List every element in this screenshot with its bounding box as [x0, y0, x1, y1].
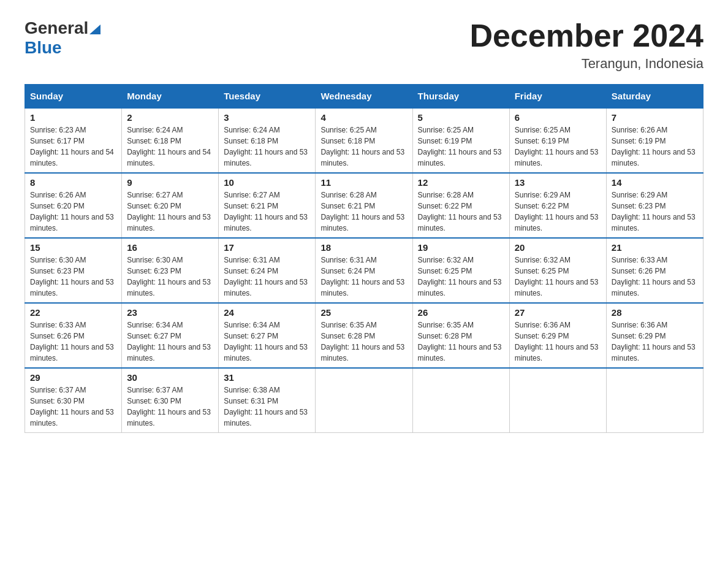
calendar-cell: 12Sunrise: 6:28 AMSunset: 6:22 PMDayligh…	[412, 173, 509, 238]
page-header: General Blue December 2024 Terangun, Ind…	[25, 18, 703, 72]
day-info: Sunrise: 6:33 AMSunset: 6:26 PMDaylight:…	[30, 320, 116, 364]
day-number: 5	[418, 112, 504, 123]
day-number: 18	[320, 242, 407, 253]
calendar-cell: 1Sunrise: 6:23 AMSunset: 6:17 PMDaylight…	[25, 108, 122, 173]
day-info: Sunrise: 6:38 AMSunset: 6:31 PMDaylight:…	[224, 385, 310, 429]
calendar-body: 1Sunrise: 6:23 AMSunset: 6:17 PMDaylight…	[25, 108, 703, 433]
day-number: 30	[127, 372, 213, 383]
day-number: 7	[612, 112, 698, 123]
calendar-week-row: 22Sunrise: 6:33 AMSunset: 6:26 PMDayligh…	[25, 303, 703, 368]
logo: General Blue	[25, 18, 100, 58]
day-info: Sunrise: 6:25 AMSunset: 6:19 PMDaylight:…	[418, 124, 504, 169]
calendar-cell: 18Sunrise: 6:31 AMSunset: 6:24 PMDayligh…	[316, 238, 412, 303]
day-info: Sunrise: 6:24 AMSunset: 6:18 PMDaylight:…	[224, 124, 310, 169]
logo-general-text: General	[25, 18, 88, 38]
calendar-header: SundayMondayTuesdayWednesdayThursdayFrid…	[25, 85, 703, 109]
calendar-cell: 8Sunrise: 6:26 AMSunset: 6:20 PMDaylight…	[25, 173, 122, 238]
calendar-cell: 10Sunrise: 6:27 AMSunset: 6:21 PMDayligh…	[219, 173, 316, 238]
day-info: Sunrise: 6:34 AMSunset: 6:27 PMDaylight:…	[127, 320, 213, 364]
day-number: 8	[30, 177, 116, 188]
column-header-thursday: Thursday	[412, 85, 509, 109]
calendar-cell: 14Sunrise: 6:29 AMSunset: 6:23 PMDayligh…	[606, 173, 703, 238]
day-number: 13	[515, 177, 601, 188]
day-number: 6	[515, 112, 601, 123]
column-header-monday: Monday	[122, 85, 219, 109]
day-number: 9	[127, 177, 213, 188]
calendar-cell: 28Sunrise: 6:36 AMSunset: 6:29 PMDayligh…	[606, 303, 703, 368]
column-header-wednesday: Wednesday	[316, 85, 412, 109]
calendar-cell: 3Sunrise: 6:24 AMSunset: 6:18 PMDaylight…	[219, 108, 316, 173]
day-info: Sunrise: 6:36 AMSunset: 6:29 PMDaylight:…	[515, 320, 601, 364]
day-number: 15	[30, 242, 116, 253]
day-info: Sunrise: 6:33 AMSunset: 6:26 PMDaylight:…	[612, 255, 698, 299]
day-info: Sunrise: 6:27 AMSunset: 6:20 PMDaylight:…	[127, 190, 213, 234]
calendar-cell: 2Sunrise: 6:24 AMSunset: 6:18 PMDaylight…	[122, 108, 219, 173]
day-info: Sunrise: 6:26 AMSunset: 6:19 PMDaylight:…	[612, 124, 698, 169]
day-number: 3	[224, 112, 310, 123]
day-info: Sunrise: 6:32 AMSunset: 6:25 PMDaylight:…	[515, 255, 601, 299]
calendar-cell: 20Sunrise: 6:32 AMSunset: 6:25 PMDayligh…	[509, 238, 606, 303]
calendar-cell: 7Sunrise: 6:26 AMSunset: 6:19 PMDaylight…	[606, 108, 703, 173]
day-number: 17	[224, 242, 310, 253]
day-info: Sunrise: 6:28 AMSunset: 6:21 PMDaylight:…	[320, 190, 407, 234]
calendar-cell: 5Sunrise: 6:25 AMSunset: 6:19 PMDaylight…	[412, 108, 509, 173]
calendar-cell: 9Sunrise: 6:27 AMSunset: 6:20 PMDaylight…	[122, 173, 219, 238]
calendar-cell: 6Sunrise: 6:25 AMSunset: 6:19 PMDaylight…	[509, 108, 606, 173]
day-number: 1	[30, 112, 116, 123]
day-number: 22	[30, 307, 116, 318]
calendar-cell: 13Sunrise: 6:29 AMSunset: 6:22 PMDayligh…	[509, 173, 606, 238]
calendar-cell: 24Sunrise: 6:34 AMSunset: 6:27 PMDayligh…	[219, 303, 316, 368]
day-number: 16	[127, 242, 213, 253]
day-info: Sunrise: 6:31 AMSunset: 6:24 PMDaylight:…	[320, 255, 407, 299]
day-info: Sunrise: 6:31 AMSunset: 6:24 PMDaylight:…	[224, 255, 310, 299]
day-number: 29	[30, 372, 116, 383]
logo-blue-text: Blue	[25, 38, 62, 57]
calendar-header-row: SundayMondayTuesdayWednesdayThursdayFrid…	[25, 85, 703, 109]
calendar-week-row: 1Sunrise: 6:23 AMSunset: 6:17 PMDaylight…	[25, 108, 703, 173]
column-header-tuesday: Tuesday	[219, 85, 316, 109]
calendar-cell: 25Sunrise: 6:35 AMSunset: 6:28 PMDayligh…	[316, 303, 412, 368]
logo-arrow-icon	[89, 22, 100, 34]
calendar-cell	[509, 368, 606, 433]
day-number: 23	[127, 307, 213, 318]
calendar-cell: 22Sunrise: 6:33 AMSunset: 6:26 PMDayligh…	[25, 303, 122, 368]
day-number: 19	[418, 242, 504, 253]
day-info: Sunrise: 6:27 AMSunset: 6:21 PMDaylight:…	[224, 190, 310, 234]
day-number: 31	[224, 372, 310, 383]
day-info: Sunrise: 6:37 AMSunset: 6:30 PMDaylight:…	[30, 385, 116, 429]
day-number: 4	[320, 112, 407, 123]
column-header-saturday: Saturday	[606, 85, 703, 109]
day-number: 20	[515, 242, 601, 253]
day-info: Sunrise: 6:35 AMSunset: 6:28 PMDaylight:…	[418, 320, 504, 364]
day-number: 25	[320, 307, 407, 318]
calendar-subtitle: Terangun, Indonesia	[469, 56, 703, 72]
calendar-cell: 15Sunrise: 6:30 AMSunset: 6:23 PMDayligh…	[25, 238, 122, 303]
calendar-cell: 11Sunrise: 6:28 AMSunset: 6:21 PMDayligh…	[316, 173, 412, 238]
day-number: 24	[224, 307, 310, 318]
column-header-sunday: Sunday	[25, 85, 122, 109]
day-info: Sunrise: 6:28 AMSunset: 6:22 PMDaylight:…	[418, 190, 504, 234]
calendar-cell: 31Sunrise: 6:38 AMSunset: 6:31 PMDayligh…	[219, 368, 316, 433]
column-header-friday: Friday	[509, 85, 606, 109]
day-number: 10	[224, 177, 310, 188]
day-number: 26	[418, 307, 504, 318]
calendar-cell: 23Sunrise: 6:34 AMSunset: 6:27 PMDayligh…	[122, 303, 219, 368]
calendar-cell: 27Sunrise: 6:36 AMSunset: 6:29 PMDayligh…	[509, 303, 606, 368]
calendar-week-row: 29Sunrise: 6:37 AMSunset: 6:30 PMDayligh…	[25, 368, 703, 433]
calendar-cell: 4Sunrise: 6:25 AMSunset: 6:18 PMDaylight…	[316, 108, 412, 173]
svg-marker-0	[89, 25, 100, 34]
day-info: Sunrise: 6:32 AMSunset: 6:25 PMDaylight:…	[418, 255, 504, 299]
calendar-cell	[606, 368, 703, 433]
day-info: Sunrise: 6:25 AMSunset: 6:19 PMDaylight:…	[515, 124, 601, 169]
day-number: 21	[612, 242, 698, 253]
day-info: Sunrise: 6:37 AMSunset: 6:30 PMDaylight:…	[127, 385, 213, 429]
calendar-cell	[412, 368, 509, 433]
day-info: Sunrise: 6:29 AMSunset: 6:23 PMDaylight:…	[612, 190, 698, 234]
day-info: Sunrise: 6:23 AMSunset: 6:17 PMDaylight:…	[30, 124, 116, 169]
day-info: Sunrise: 6:30 AMSunset: 6:23 PMDaylight:…	[30, 255, 116, 299]
calendar-cell	[316, 368, 412, 433]
day-number: 2	[127, 112, 213, 123]
calendar-table: SundayMondayTuesdayWednesdayThursdayFrid…	[25, 84, 703, 433]
day-info: Sunrise: 6:36 AMSunset: 6:29 PMDaylight:…	[612, 320, 698, 364]
calendar-title: December 2024	[469, 18, 703, 53]
